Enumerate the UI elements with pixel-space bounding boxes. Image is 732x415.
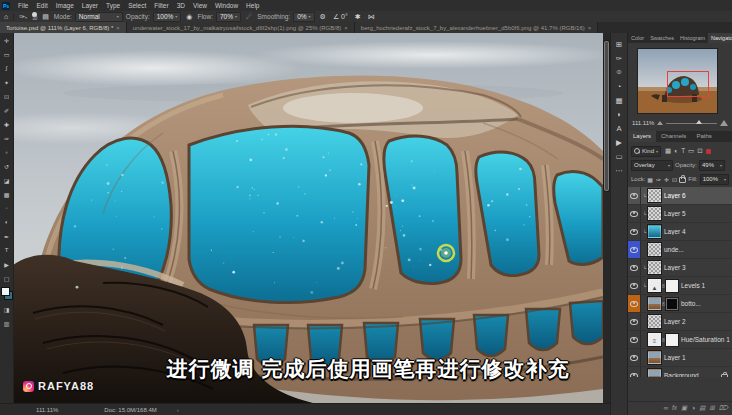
history-brush-tool-icon[interactable]: ↺ xyxy=(0,159,13,173)
filter-adjustment-layers-icon[interactable]: ◐ xyxy=(674,147,678,155)
canvas-scrollbar[interactable] xyxy=(603,33,610,403)
layer-name[interactable]: Hue/Saturation 1 xyxy=(678,336,732,343)
lock-position-icon[interactable]: ✛ xyxy=(664,176,669,183)
visibility-toggle[interactable] xyxy=(628,259,641,276)
layer-blend-mode-select[interactable]: Overlay▾ xyxy=(631,160,673,171)
ruler-tool-icon[interactable]: ⌯ xyxy=(610,65,628,79)
screen-mode-icon[interactable]: ▥ xyxy=(0,316,13,330)
home-icon[interactable]: ⌂ xyxy=(2,12,10,21)
layer-name[interactable]: Layer 5 xyxy=(661,210,732,217)
brush-tool-icon[interactable]: ✑ xyxy=(0,131,13,145)
fill-select[interactable]: 100%▾ xyxy=(700,174,729,185)
rectangle-tool-icon[interactable]: ▢ xyxy=(0,271,13,285)
navigator-view-rectangle[interactable] xyxy=(667,71,709,97)
pen-tool-icon[interactable]: ✒ xyxy=(0,229,13,243)
filter-pixel-layers-icon[interactable]: ▦ xyxy=(665,147,671,155)
brush-angle-icon[interactable]: ∠ 0° xyxy=(331,12,350,21)
lasso-tool-icon[interactable]: ʃ xyxy=(0,61,13,75)
layer-mask-thumbnail[interactable] xyxy=(666,334,678,346)
type-tool-icon[interactable]: T xyxy=(0,243,13,257)
frame-tool-icon[interactable]: ⊞ xyxy=(610,37,628,51)
add-mask-icon[interactable]: ▣ xyxy=(681,404,687,412)
visibility-toggle[interactable] xyxy=(628,241,641,258)
layer-row-levels-1[interactable]: └▲8Levels 1 xyxy=(628,277,732,295)
document-tab-1[interactable]: underwater_stock_17_by_malkatryosaifstoc… xyxy=(127,22,355,33)
menu-file[interactable]: File xyxy=(14,0,32,11)
new-layer-icon[interactable]: ⊞ xyxy=(709,404,714,412)
eraser-tool-icon[interactable]: ◪ xyxy=(0,173,13,187)
menu-type[interactable]: Type xyxy=(102,0,124,11)
status-zoom-value[interactable]: 111.11% xyxy=(36,407,58,413)
new-group-icon[interactable]: ▤ xyxy=(699,404,705,412)
layer-mask-thumbnail[interactable] xyxy=(666,298,678,310)
visibility-toggle[interactable] xyxy=(628,313,641,330)
panel-tab-histogram[interactable]: Histogram xyxy=(677,33,708,43)
filter-smart-objects-icon[interactable]: ⊡ xyxy=(697,147,702,155)
panel-tab-channels[interactable]: Channels xyxy=(656,131,691,142)
zoom-out-mountain-icon[interactable] xyxy=(657,121,663,125)
link-layers-icon[interactable]: ∞ xyxy=(663,404,668,411)
layer-thumbnail[interactable] xyxy=(648,369,661,377)
layer-thumbnail[interactable]: ≡ xyxy=(648,333,661,346)
crop-tool-icon[interactable]: ⊡ xyxy=(0,89,13,103)
visibility-toggle[interactable] xyxy=(628,277,641,294)
layer-row-background[interactable]: Background xyxy=(628,367,732,377)
visibility-toggle[interactable] xyxy=(628,205,641,222)
smoothing-select[interactable]: 0%▾ xyxy=(293,12,314,22)
blur-tool-icon[interactable]: ◦ xyxy=(0,201,13,215)
menu-filter[interactable]: Filter xyxy=(150,0,172,11)
quick-mask-icon[interactable]: ◨ xyxy=(0,302,13,316)
menu-layer[interactable]: Layer xyxy=(78,0,102,11)
menu-window[interactable]: Window xyxy=(211,0,242,11)
menu-edit[interactable]: Edit xyxy=(32,0,51,11)
layer-thumbnail[interactable] xyxy=(648,351,661,364)
menu-help[interactable]: Help xyxy=(242,0,263,11)
panel-tab-swatches[interactable]: Swatches xyxy=(647,33,677,43)
panel-tab-color[interactable]: Color xyxy=(628,33,647,43)
lock-transparency-icon[interactable]: ▦ xyxy=(647,176,653,183)
layer-thumbnail[interactable] xyxy=(648,189,661,202)
visibility-toggle[interactable] xyxy=(628,349,641,366)
layer-row-layer-6[interactable]: └Layer 6 xyxy=(628,187,732,205)
visibility-toggle[interactable] xyxy=(628,187,641,204)
layer-mask-thumbnail[interactable] xyxy=(666,280,678,292)
healing-brush-tool-icon[interactable]: ✚ xyxy=(0,117,13,131)
visibility-toggle[interactable] xyxy=(628,295,641,312)
canvas-area[interactable]: 进行微调 完成后使用画笔再进行修改补充 RAFYA88 xyxy=(13,33,603,403)
menu-select[interactable]: Select xyxy=(124,0,150,11)
foreground-color-swatch[interactable] xyxy=(1,287,10,296)
navigator-zoom-slider[interactable] xyxy=(666,123,717,124)
visibility-toggle[interactable] xyxy=(628,331,641,348)
close-tab-icon[interactable]: × xyxy=(116,25,120,31)
flow-select[interactable]: 70%▾ xyxy=(216,12,241,22)
close-tab-icon[interactable]: × xyxy=(344,25,348,31)
layer-name[interactable]: Layer 4 xyxy=(661,228,732,235)
panel-tab-paths[interactable]: Paths xyxy=(691,131,716,142)
layer-row-layer-4[interactable]: └Layer 4 xyxy=(628,223,732,241)
layer-row-layer-2[interactable]: Layer 2 xyxy=(628,313,732,331)
slider-thumb[interactable] xyxy=(696,120,702,124)
layer-name[interactable]: Levels 1 xyxy=(678,282,732,289)
layer-effects-icon[interactable]: fx xyxy=(672,404,677,411)
layer-row-unde-[interactable]: unde... xyxy=(628,241,732,259)
layer-thumbnail[interactable] xyxy=(648,261,661,274)
layer-row-layer-1[interactable]: Layer 1 xyxy=(628,349,732,367)
layer-name[interactable]: botto... xyxy=(678,300,732,307)
move-tool-icon[interactable]: ✛ xyxy=(0,33,13,47)
layer-row-layer-5[interactable]: └Layer 5 xyxy=(628,205,732,223)
layer-thumbnail[interactable] xyxy=(648,297,661,310)
layer-row-hue-saturation-1[interactable]: ≡8Hue/Saturation 1 xyxy=(628,331,732,349)
menu-image[interactable]: Image xyxy=(52,0,78,11)
opacity-select[interactable]: 100%▾ xyxy=(153,12,182,22)
visibility-toggle[interactable] xyxy=(628,367,641,377)
layer-row-layer-3[interactable]: └Layer 3 xyxy=(628,259,732,277)
dodge-tool-icon[interactable]: ◐ xyxy=(0,215,13,229)
layer-thumbnail[interactable]: ▲ xyxy=(648,279,661,292)
smoothing-options-gear-icon[interactable]: ⚙ xyxy=(318,12,328,21)
gradient-tool-icon[interactable]: ▦ xyxy=(610,93,628,107)
layer-name[interactable]: Layer 2 xyxy=(661,318,732,325)
blur-tool-icon[interactable]: ◗ xyxy=(610,107,628,121)
layer-name[interactable]: unde... xyxy=(661,246,732,253)
toggle-brush-panel-icon[interactable]: ▤ xyxy=(40,12,51,21)
panel-tab-navigator[interactable]: Navigator xyxy=(708,33,732,43)
